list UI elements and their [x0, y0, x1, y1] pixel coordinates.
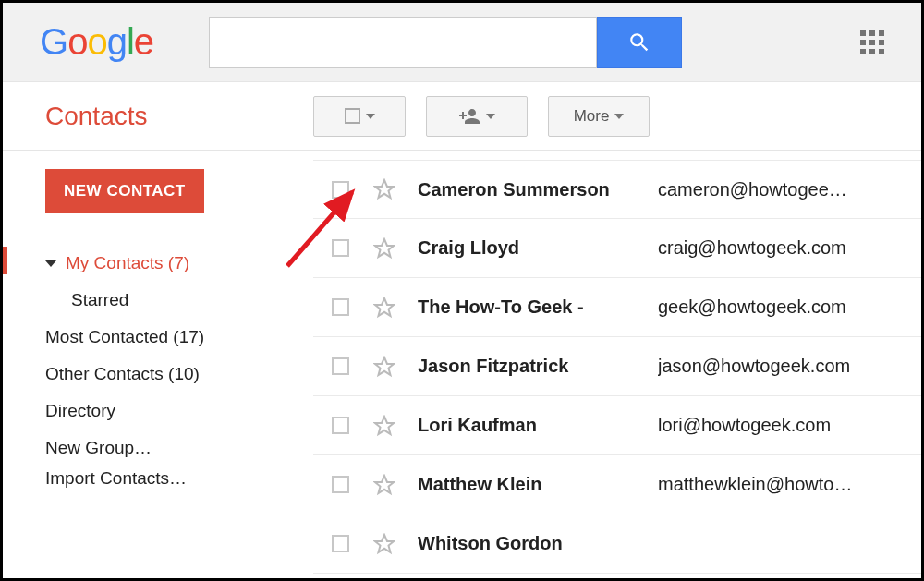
contact-name: The How-To Geek - [418, 297, 658, 318]
svg-marker-4 [375, 417, 394, 434]
star-icon[interactable] [373, 415, 395, 437]
contact-email: jason@howtogeek.com [658, 356, 917, 377]
select-all-dropdown[interactable] [313, 96, 406, 137]
page-title: Contacts [45, 102, 313, 131]
sidebar-item-import-contacts[interactable]: Import Contacts… [45, 466, 313, 497]
search-button[interactable] [597, 17, 682, 68]
svg-marker-3 [375, 357, 394, 375]
row-checkbox[interactable] [332, 298, 349, 316]
table-row[interactable]: Whitson Gordon [313, 514, 921, 574]
contacts-list: Cameron Summersoncameron@howtogee…Craig … [313, 151, 921, 578]
contact-email: cameron@howtogee… [658, 179, 917, 200]
sidebar-item-label: Other Contacts (10) [45, 364, 200, 383]
svg-marker-0 [375, 180, 394, 198]
new-contact-button[interactable]: NEW CONTACT [45, 169, 204, 213]
google-logo: Google [40, 21, 153, 63]
row-checkbox[interactable] [332, 476, 349, 493]
table-row[interactable]: Cameron Summersoncameron@howtogee… [313, 160, 921, 219]
star-icon[interactable] [373, 356, 395, 378]
chevron-down-icon [45, 260, 56, 267]
sidebar-item-label: New Group… [45, 438, 152, 457]
subheader: Contacts More [3, 82, 921, 151]
table-row[interactable]: Jason Fitzpatrickjason@howtogeek.com [313, 337, 921, 396]
search-icon [627, 30, 651, 54]
svg-marker-1 [375, 239, 394, 257]
chevron-down-icon [486, 114, 495, 119]
row-checkbox[interactable] [332, 239, 349, 257]
contact-name: Jason Fitzpatrick [418, 356, 658, 377]
sidebar-item-label: Import Contacts… [45, 468, 187, 488]
star-icon[interactable] [373, 533, 395, 555]
app-header: Google [3, 3, 921, 82]
row-checkbox[interactable] [332, 417, 349, 434]
sidebar-item-other-contacts[interactable]: Other Contacts (10) [45, 356, 313, 393]
star-icon[interactable] [373, 297, 395, 319]
more-label: More [574, 107, 610, 126]
toolbar: More [313, 96, 650, 137]
contact-name: Lori Kaufman [418, 415, 658, 436]
contact-email: geek@howtogeek.com [658, 297, 917, 318]
star-icon[interactable] [373, 178, 395, 200]
sidebar-item-new-group[interactable]: New Group… [45, 430, 313, 466]
row-checkbox[interactable] [332, 357, 349, 375]
sidebar-item-starred[interactable]: Starred [45, 282, 313, 319]
contact-name: Whitson Gordon [418, 533, 658, 554]
main-area: NEW CONTACT My Contacts (7) Starred Most… [3, 151, 921, 578]
sidebar-item-my-contacts[interactable]: My Contacts (7) [45, 245, 313, 282]
contact-name: Craig Lloyd [418, 237, 658, 259]
table-row[interactable]: Craig Lloydcraig@howtogeek.com [313, 219, 921, 278]
contact-name: Cameron Summerson [418, 179, 658, 200]
add-to-contacts-dropdown[interactable] [426, 96, 528, 137]
sidebar-nav: My Contacts (7) Starred Most Contacted (… [45, 245, 313, 497]
svg-marker-2 [375, 298, 394, 316]
sidebar-item-most-contacted[interactable]: Most Contacted (17) [45, 319, 313, 356]
table-row[interactable]: Lori Kaufmanlori@howtogeek.com [313, 396, 921, 455]
star-icon[interactable] [373, 237, 395, 260]
contact-email: lori@howtogeek.com [658, 415, 917, 436]
sidebar-item-label: Starred [71, 290, 128, 309]
search-bar [209, 17, 682, 68]
row-checkbox[interactable] [332, 535, 349, 552]
table-row[interactable]: Matthew Kleinmatthewklein@howto… [313, 455, 921, 514]
search-input[interactable] [209, 17, 597, 68]
person-add-icon [458, 105, 480, 127]
chevron-down-icon [366, 114, 375, 119]
row-checkbox[interactable] [332, 181, 349, 199]
sidebar-item-label: My Contacts (7) [66, 253, 189, 272]
sidebar: NEW CONTACT My Contacts (7) Starred Most… [3, 151, 313, 578]
sidebar-item-label: Directory [45, 401, 116, 420]
star-icon[interactable] [373, 474, 395, 496]
checkbox-icon [345, 108, 360, 124]
apps-grid-icon[interactable] [860, 30, 884, 54]
svg-marker-6 [375, 535, 394, 552]
contact-name: Matthew Klein [418, 474, 658, 495]
more-dropdown[interactable]: More [548, 96, 650, 137]
contact-email: craig@howtogeek.com [658, 237, 917, 259]
sidebar-item-label: Most Contacted (17) [45, 327, 204, 346]
sidebar-item-directory[interactable]: Directory [45, 393, 313, 430]
contact-email: matthewklein@howto… [658, 474, 917, 495]
svg-marker-5 [375, 476, 394, 493]
table-row[interactable]: The How-To Geek -geek@howtogeek.com [313, 278, 921, 337]
chevron-down-icon [614, 114, 624, 119]
